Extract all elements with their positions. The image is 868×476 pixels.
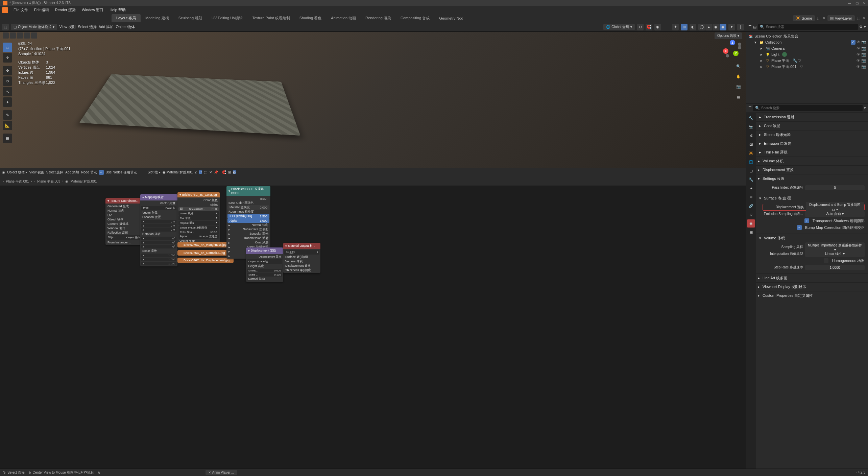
shading-dropdown-icon[interactable]: ▾ (728, 24, 735, 30)
sel-mode-5[interactable] (31, 32, 37, 39)
unlink-icon[interactable]: ✕ (209, 170, 212, 174)
tab-compositing[interactable]: Compositing 合成 (396, 14, 434, 22)
ne-node[interactable]: Node 节点 (81, 170, 97, 175)
anim-player-button[interactable]: ✕Anim Player ... (206, 470, 237, 475)
tab-mesh[interactable]: ▽ (747, 211, 755, 219)
pin-icon[interactable]: 📌 (214, 170, 218, 174)
viewlayer-new-icon[interactable]: ✕ (862, 16, 865, 20)
ne-add[interactable]: Add 添加 (65, 170, 79, 175)
tab-texture[interactable]: Texture Paint 纹理绘制 (247, 14, 294, 22)
snap-icon[interactable]: 🧲 (646, 24, 652, 30)
tab-viewlayer[interactable]: 🖼 (747, 140, 755, 148)
transparent-shadows-check[interactable]: ✓ (804, 218, 809, 223)
proportional-icon[interactable]: ◉ (654, 24, 661, 30)
tree-scene-collection[interactable]: 📚Scene Collection 场景集合 (746, 33, 868, 39)
sec-sheen[interactable]: ▸Sheen 边缘光泽 (756, 130, 868, 139)
filter-icon[interactable]: ⚙ (859, 25, 863, 29)
node-mapping[interactable]: ▾Mapping 映射 Vector 矢量 Type:Point 点 Vecto… (140, 194, 177, 266)
tab-layout[interactable]: Layout 布局 (112, 14, 141, 22)
step-rate-value[interactable]: 1.0000 (805, 265, 865, 270)
vp-view[interactable]: View 视图 (59, 24, 76, 29)
new-collection-icon[interactable]: ▾ (864, 25, 866, 29)
menu-render[interactable]: Render 渲染 (52, 6, 78, 14)
tab-render[interactable]: 📷 (747, 123, 755, 131)
tool-add-cube[interactable]: ▦ (3, 134, 12, 143)
xray-icon[interactable]: ◐ (690, 24, 696, 30)
sec-custom-props[interactable]: ▸Custom Properties 自定义属性 (756, 291, 868, 300)
new-material-icon[interactable]: ⬚ (204, 170, 207, 174)
sec-settings[interactable]: ▾Settings 设置 (756, 174, 868, 183)
display-mode-icon[interactable]: ▤ (753, 25, 756, 29)
editor-type-icon[interactable]: ☰ (748, 25, 752, 29)
tab-uv[interactable]: UV Editing UV编辑 (207, 14, 247, 22)
sec-viewport-display[interactable]: ▸Viewport Display 视图显示 (756, 283, 868, 291)
scene-new-icon[interactable]: ✕ (822, 16, 825, 20)
tree-item-plane-001[interactable]: ▸▽Plane 平面.001▽👁📷 (746, 64, 868, 70)
sec-lineart[interactable]: ▸Line Art 线条画 (756, 274, 868, 282)
node-texcoord[interactable]: ▾Texture Coordinate... Generated 生成 Norm… (105, 198, 143, 245)
tab-scene[interactable]: 🔆 (747, 149, 755, 157)
tree-item-light[interactable]: ▸💡Light👁📷 (746, 51, 868, 57)
zoom-icon[interactable]: 🔍 (735, 63, 742, 70)
tool-measure[interactable]: 📐 (3, 121, 12, 130)
tab-shading[interactable]: Shading 着色 (295, 14, 326, 22)
gizmo-z[interactable]: Z (730, 40, 735, 45)
sec-displacement[interactable]: ▸Displacement 置换 (756, 166, 868, 174)
close-icon[interactable]: ✕ (208, 471, 211, 474)
sec-volume[interactable]: ▸Volume 体积 (756, 157, 868, 165)
tab-physics[interactable]: ⚛ (747, 193, 755, 201)
sec-surface[interactable]: ▾Surface 表(曲)面 (756, 194, 868, 203)
tree-collection[interactable]: ▾📁Collection✓👁📷 (746, 39, 868, 45)
mode-selector[interactable]: ◫Object Mode 物体模式 ▾ (11, 24, 57, 30)
sec-volume-settings[interactable]: ▾Volume 体积 (756, 234, 868, 242)
editor-type-icon[interactable]: ⬚ (2, 24, 9, 30)
scene-field[interactable]: 🔆Scene (793, 15, 815, 21)
pan-icon[interactable]: ✋ (735, 73, 742, 80)
tool-scale[interactable]: ⤡ (3, 87, 12, 96)
tool-rotate[interactable]: ↻ (3, 76, 12, 86)
menu-edit[interactable]: Edit 编辑 (31, 6, 52, 14)
tab-modeling[interactable]: Modeling 建模 (141, 14, 174, 22)
tool-cursor[interactable]: ✛ (3, 53, 12, 63)
ne-view[interactable]: View 视图 (29, 170, 44, 175)
sel-mode-3[interactable] (17, 32, 23, 39)
tool-transform[interactable]: ✦ (3, 97, 12, 107)
tab-material[interactable]: ◉ (747, 219, 755, 228)
bump-correction-check[interactable]: ✓ (797, 225, 802, 230)
tab-sculpting[interactable]: Sculpting 雕刻 (174, 14, 207, 22)
perspective-icon[interactable]: ▦ (735, 93, 742, 100)
snap-node-icon[interactable]: 🧲 (222, 170, 226, 174)
tab-animation[interactable]: Animation 动画 (326, 14, 361, 22)
material-users[interactable]: 2 (195, 170, 197, 174)
use-nodes-check[interactable]: ✓ (99, 170, 104, 175)
emission-sampling-dropdown[interactable]: Auto 自动 ▾ (805, 211, 865, 217)
tab-geometry[interactable]: Geometry Nod (434, 15, 468, 22)
tab-modifier[interactable]: 🔧 (747, 175, 755, 184)
tab-constraints[interactable]: 🔗 (747, 202, 755, 210)
node-canvas[interactable]: ▾Texture Coordinate... Generated 生成 Norm… (0, 186, 746, 469)
outliner-search[interactable]: 🔍 (758, 24, 858, 30)
tab-texture[interactable]: ▦ (747, 228, 755, 236)
node-image-roughness[interactable]: Bricks076C_4K_Roughness.jpg (177, 242, 231, 247)
sel-mode-1[interactable] (3, 32, 9, 39)
node-displacement[interactable]: ▾Displacement 置换 Displacement 置换 Object … (246, 247, 283, 282)
sec-coat[interactable]: ▸Coat 涂层 (756, 122, 868, 130)
crumb-object[interactable]: Plane 平面.001 (6, 179, 29, 184)
nav-gizmo[interactable]: Z X Y (723, 40, 742, 59)
camera-view-icon[interactable]: 📷 (735, 83, 742, 90)
backdrop-icon[interactable]: ◐ (233, 170, 236, 174)
node-image-displacement[interactable]: Bricks076C_4K_Displacement.jpg (177, 258, 234, 263)
slot-selector[interactable]: Slot 槽 ▾ (148, 170, 161, 175)
shading-matprev-icon[interactable]: ◉ (713, 24, 719, 30)
maximize-icon[interactable]: ▢ (854, 1, 859, 5)
editor-type-icon[interactable]: ◉ (2, 170, 5, 174)
tool-move[interactable]: ✥ (3, 66, 12, 75)
tool-annotate[interactable]: ✎ (3, 110, 12, 120)
crumb-material[interactable]: Material 材质.001 (70, 179, 97, 184)
viewlayer-browse-icon[interactable]: ⬚ (857, 16, 860, 20)
properties-search[interactable]: 🔍 (753, 105, 863, 111)
node-image-texture-color[interactable]: ▾Bricks076C_4K_Color.jpg Color 颜色 Alpha … (177, 192, 220, 244)
homogeneous-check[interactable] (824, 258, 828, 263)
gizmo-x[interactable]: X (723, 48, 728, 54)
interp-dropdown[interactable]: Linear 线性 ▾ (805, 251, 865, 257)
